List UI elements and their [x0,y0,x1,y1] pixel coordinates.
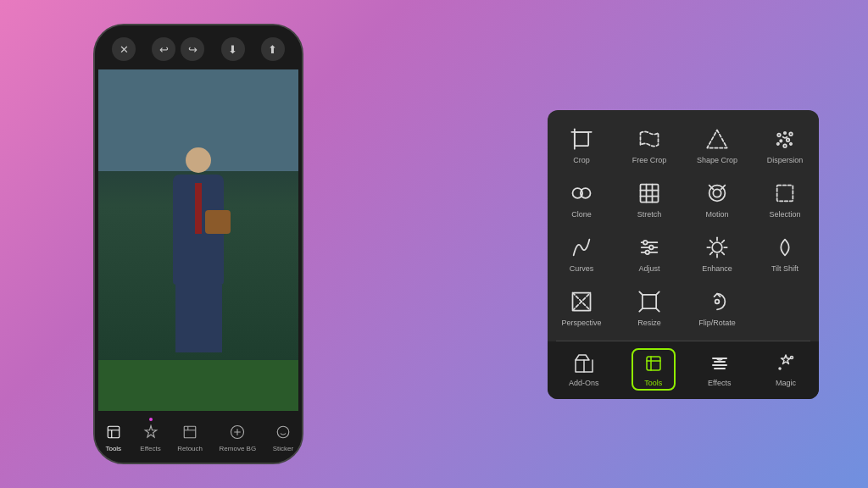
svg-point-46 [715,300,720,304]
svg-point-33 [712,242,722,252]
resize-icon [636,288,663,315]
stretch-label: Stretch [637,210,662,219]
redo-button[interactable]: ↪ [181,37,204,61]
svg-point-32 [645,251,649,255]
svg-point-10 [780,140,782,141]
tools-panel: Crop Free Crop Shape Crop [548,110,819,399]
share-button[interactable]: ⬆ [261,37,285,61]
tool-enhance[interactable]: Enhance [683,225,751,280]
svg-marker-6 [707,130,726,148]
clone-label: Clone [571,210,592,219]
svg-point-8 [784,132,786,134]
add-ons-icon [572,352,596,375]
phone-top-bar: ✕ ↩ ↪ ⬇ ⬆ [95,25,302,69]
curves-label: Curves [570,264,594,273]
panel-tab-bar: Add-Ons Tools Effects [548,341,819,399]
stretch-icon [636,180,663,207]
tool-resize[interactable]: Resize [615,280,683,334]
svg-line-39 [722,252,725,255]
phone-tools-row: Tools Effects Retouch [95,418,302,452]
tab-tools-label: Tools [644,379,662,387]
svg-point-30 [643,241,648,245]
person-leg-left [178,285,197,352]
person-body [173,175,224,285]
phone-tool-retouch-label: Retouch [177,445,203,452]
enhance-label: Enhance [702,264,732,273]
crop-label: Crop [573,156,590,164]
phone-tool-remove-bg-label: Remove BG [220,445,257,452]
remove-bg-icon [227,422,248,442]
tool-adjust[interactable]: Adjust [615,225,683,280]
person-figure [160,147,236,351]
tool-flip-rotate[interactable]: Flip/Rotate [683,280,751,334]
tool-curves[interactable]: Curves [548,225,615,280]
resize-label: Resize [637,319,661,327]
history-controls: ↩ ↪ [152,37,204,61]
svg-line-38 [710,241,713,243]
phone-mockup: ✕ ↩ ↪ ⬇ ⬆ [93,24,303,464]
tool-clone[interactable]: Clone [548,171,615,225]
crop-icon [568,125,595,152]
motion-icon [704,180,731,207]
sticker-icon [273,422,293,442]
svg-rect-48 [647,357,660,370]
tool-tilt-shift[interactable]: Tilt Shift [751,225,819,280]
tilt-shift-label: Tilt Shift [771,264,798,273]
svg-line-40 [722,241,725,243]
tool-motion[interactable]: Motion [683,171,751,225]
svg-point-52 [779,368,781,369]
svg-rect-1 [184,426,196,438]
tool-shape-crop[interactable]: Shape Crop [683,117,751,171]
effects-dot [149,418,153,421]
adjust-label: Adjust [638,264,659,273]
tools-icon [103,422,124,442]
tool-crop[interactable]: Crop [548,117,615,171]
tab-effects[interactable]: Effects [698,348,742,391]
undo-button[interactable]: ↩ [152,37,175,61]
enhance-icon [704,234,731,261]
person-head [186,147,211,173]
svg-point-31 [649,246,654,250]
tool-stretch[interactable]: Stretch [615,171,683,225]
effects-icon [141,422,161,442]
tab-magic[interactable]: Magic [764,348,808,391]
tab-add-ons[interactable]: Add-Ons [559,348,609,391]
svg-point-7 [777,134,781,137]
person-leg-right [201,285,220,352]
flip-rotate-icon [704,288,731,315]
phone-tool-tools[interactable]: Tools [103,422,124,452]
person-tie [195,183,202,234]
phone-tool-remove-bg[interactable]: Remove BG [220,422,257,452]
download-button[interactable]: ⬇ [221,37,245,61]
svg-point-14 [783,144,787,147]
phone-tool-tools-label: Tools [105,445,121,452]
phone-tool-effects[interactable]: Effects [140,418,160,452]
close-button[interactable]: ✕ [112,37,136,61]
tilt-shift-icon [771,234,798,261]
svg-point-13 [790,143,792,145]
image-canvas [98,69,298,411]
shape-crop-icon [704,125,731,152]
tab-effects-label: Effects [708,379,731,387]
tool-selection[interactable]: Selection [751,171,819,225]
phone-tool-effects-label: Effects [140,445,160,452]
tool-perspective[interactable]: Perspective [548,280,615,334]
tool-free-crop[interactable]: Free Crop [615,117,683,171]
tab-tools[interactable]: Tools [632,348,676,391]
free-crop-icon [636,125,663,152]
phone-tool-sticker-label: Sticker [273,445,293,452]
tab-magic-label: Magic [776,379,796,387]
phone-tool-retouch[interactable]: Retouch [177,422,203,452]
flip-rotate-label: Flip/Rotate [698,319,736,327]
shape-crop-label: Shape Crop [697,156,737,164]
free-crop-label: Free Crop [632,156,667,164]
adjust-icon [636,234,663,261]
phone-tool-sticker[interactable]: Sticker [273,422,293,452]
svg-rect-17 [641,185,659,202]
bg-plants [98,360,298,411]
curves-icon [568,234,595,261]
tool-dispersion[interactable]: Dispersion [751,117,819,171]
motion-label: Motion [705,210,728,219]
svg-line-41 [710,252,713,255]
svg-rect-26 [777,186,793,202]
